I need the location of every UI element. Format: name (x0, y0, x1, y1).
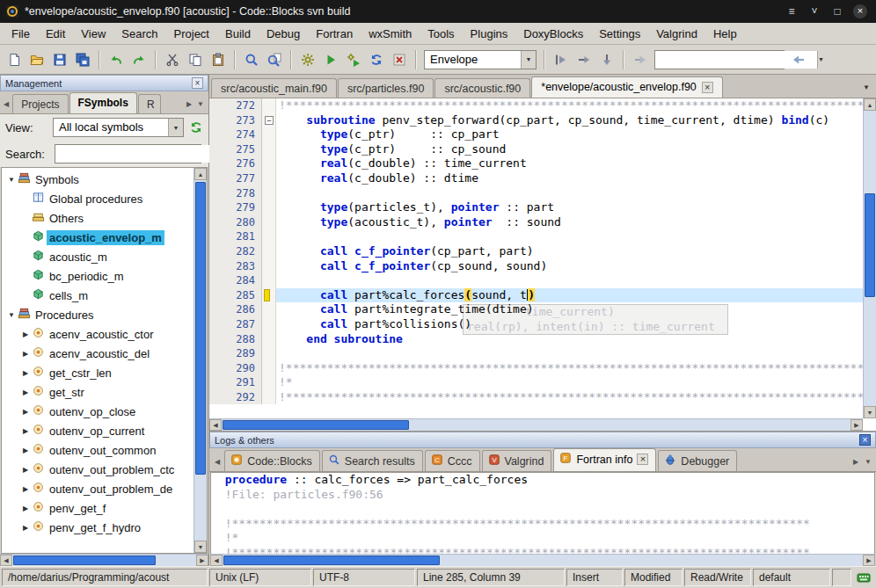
editor-tab[interactable]: *envelope/acoustic_envelop.f90× (531, 76, 723, 98)
tab-scroll-left-icon[interactable]: ◀ (2, 100, 11, 113)
code-line[interactable]: 281 (209, 229, 863, 244)
scrollbar-thumb[interactable] (865, 193, 875, 297)
scroll-down-icon[interactable]: ▼ (194, 541, 207, 553)
code-line[interactable]: 279 type(particles_t), pointer :: part (209, 200, 863, 215)
menu-fortran[interactable]: Fortran (308, 25, 361, 43)
logs-horizontal-scrollbar[interactable]: ◀ ▶ (210, 554, 875, 566)
scroll-up-icon[interactable]: ▲ (194, 168, 207, 180)
editor-vertical-scrollbar[interactable]: ▲ ▼ (863, 98, 876, 418)
expander-right-icon[interactable]: ▶ (19, 369, 32, 377)
save-button[interactable] (49, 49, 70, 70)
symbol-search-input[interactable] (55, 145, 217, 163)
refresh-symbols-icon[interactable] (189, 120, 203, 134)
tree-item[interactable]: ▶outenv_out_problem_de (2, 479, 193, 498)
tree-item[interactable]: ▶get_cstr_len (2, 363, 193, 382)
expander-right-icon[interactable]: ▶ (19, 427, 32, 435)
open-file-button[interactable] (26, 49, 47, 70)
code-line[interactable]: 289 (209, 346, 863, 361)
expander-right-icon[interactable]: ▶ (19, 350, 32, 358)
scroll-right-icon[interactable]: ▶ (863, 555, 875, 566)
menu-project[interactable]: Project (166, 25, 217, 43)
menu-debug[interactable]: Debug (259, 25, 308, 43)
tree-item[interactable]: ▼Procedures (2, 305, 193, 324)
tab-list-icon[interactable]: ▼ (863, 458, 874, 471)
cut-button[interactable] (162, 49, 183, 70)
logs-close-icon[interactable]: × (859, 434, 871, 446)
toolbar-search-field[interactable]: ▼ (654, 50, 785, 69)
code-line[interactable]: 290!************************************… (209, 361, 863, 376)
code-line[interactable]: 287 call part%collisions() (209, 317, 863, 332)
rebuild-button[interactable] (366, 49, 387, 70)
code-line[interactable]: 272!************************************… (209, 98, 863, 113)
menu-tools[interactable]: Tools (420, 25, 462, 43)
run-button[interactable] (320, 49, 341, 70)
view-combo[interactable]: All local symbols ▼ (53, 118, 184, 137)
log-tab-cccc[interactable]: CCccc (425, 450, 480, 471)
tree-item[interactable]: ▼Symbols (2, 170, 193, 189)
expander-right-icon[interactable]: ▶ (19, 408, 32, 416)
tree-item[interactable]: acoustic_m (2, 247, 193, 266)
menu-plugins[interactable]: Plugins (463, 25, 516, 43)
tree-item[interactable]: ▶outenv_op_close (2, 402, 193, 421)
scrollbar-thumb[interactable] (195, 182, 206, 475)
tree-item[interactable]: ▶acenv_acoustic_ctor (2, 324, 193, 344)
dbg-next-button[interactable] (573, 49, 595, 70)
expander-right-icon[interactable]: ▶ (19, 505, 32, 512)
code-line[interactable]: 282 call c_f_pointer(cp_part, part) (209, 244, 863, 259)
tab-list-icon[interactable]: ▼ (860, 83, 874, 98)
expander-right-icon[interactable]: ▶ (19, 466, 32, 474)
log-tab-valgrind[interactable]: VValgrind (482, 450, 552, 471)
tab-list-icon[interactable]: ▼ (195, 100, 207, 113)
code-line[interactable]: 277 real(c_double) :: dtime (209, 171, 863, 186)
paste-button[interactable] (208, 49, 229, 70)
tree-item[interactable]: ▶outenv_out_common (2, 440, 193, 460)
tree-item[interactable]: bc_periodic_m (2, 266, 193, 286)
scroll-up-icon[interactable]: ▲ (864, 98, 876, 111)
menu-edit[interactable]: Edit (38, 25, 73, 43)
back-arrow-button[interactable] (788, 49, 809, 70)
dbg-cont-button[interactable] (630, 49, 651, 70)
maximize-icon[interactable]: □ (830, 5, 844, 18)
code-line[interactable]: 285 call part%calc_forces(sound, t) (209, 288, 863, 303)
expander-right-icon[interactable]: ▶ (19, 330, 32, 338)
expander-right-icon[interactable]: ▶ (19, 388, 32, 396)
tab-scroll-right-icon[interactable]: ▶ (851, 458, 861, 471)
tree-item[interactable]: ▶outenv_out_problem_ctc (2, 460, 193, 479)
chevron-down-icon[interactable]: ▼ (521, 51, 536, 69)
tab-scroll-left-icon[interactable]: ◀ (213, 458, 223, 471)
tree-horizontal-scrollbar[interactable]: ◀ ▶ (0, 554, 208, 566)
log-tab-debugger[interactable]: Debugger (658, 450, 737, 471)
scroll-right-icon[interactable]: ▶ (196, 555, 208, 566)
abort-button[interactable] (389, 49, 410, 70)
code-line[interactable]: 280 type(acoustic_t), pointer :: sound (209, 215, 863, 230)
code-line[interactable]: 288 end subroutine (209, 332, 863, 347)
tree-item[interactable]: Global procedures (2, 189, 193, 208)
build-run-button[interactable] (343, 49, 364, 70)
code-line[interactable]: 283 call c_f_pointer(cp_sound, sound) (209, 259, 863, 274)
code-line[interactable]: 278 (209, 186, 863, 201)
close-tab-icon[interactable]: × (637, 454, 648, 465)
tree-vertical-scrollbar[interactable]: ▲ ▼ (193, 168, 207, 553)
scroll-right-icon[interactable]: ▶ (850, 419, 863, 431)
scroll-left-icon[interactable]: ◀ (210, 555, 223, 566)
code-line[interactable]: 284 (209, 273, 863, 288)
undo-button[interactable] (106, 49, 127, 70)
code-line[interactable]: 275 type(c_ptr) :: cp_sound (209, 142, 863, 157)
expander-right-icon[interactable]: ▶ (19, 446, 32, 454)
tree-item[interactable]: cells_m (2, 286, 193, 305)
scrollbar-thumb[interactable] (13, 555, 156, 565)
tree-item[interactable]: acoustic_envelop_m (2, 228, 193, 247)
window-menu-icon[interactable]: ≡ (785, 5, 799, 18)
code-editor[interactable]: 272!************************************… (209, 98, 876, 431)
code-line[interactable]: 273− subroutine penv_step_forward(cp_par… (209, 113, 863, 128)
tree-item[interactable]: ▶get_str (2, 382, 193, 402)
scroll-down-icon[interactable]: ▼ (864, 406, 876, 418)
management-tab-projects[interactable]: Projects (12, 94, 68, 113)
close-icon[interactable]: × (853, 4, 867, 18)
scroll-left-icon[interactable]: ◀ (0, 555, 12, 566)
menu-build[interactable]: Build (217, 25, 259, 43)
tree-item[interactable]: ▶outenv_op_current (2, 421, 193, 440)
editor-tab[interactable]: src/acoustic_main.f90 (211, 78, 337, 98)
menu-doxyblocks[interactable]: DoxyBlocks (515, 25, 591, 43)
build-target-combo[interactable]: Envelope▼ (424, 50, 537, 69)
